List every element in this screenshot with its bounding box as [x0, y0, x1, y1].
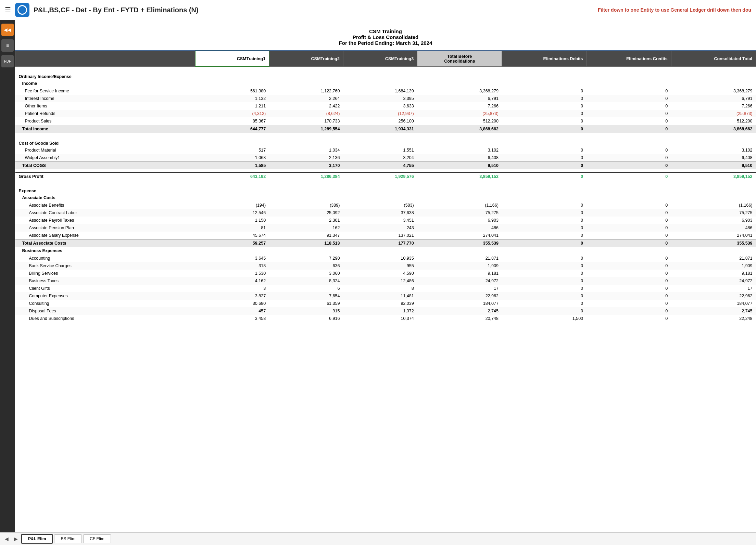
total-income-row: Total Income 644,777 1,289,554 1,934,331… — [15, 125, 756, 133]
header-filter: Filter down to one Entity to use General… — [598, 7, 751, 13]
logo-icon — [17, 5, 27, 15]
ordinary-income-header: Ordinary Income/Expense — [15, 69, 756, 80]
table-row: Business Taxes 4,162 8,324 12,486 24,972… — [15, 277, 756, 285]
hamburger-icon[interactable]: ☰ — [5, 6, 11, 14]
report-header: CSM Training Profit & Loss Consolidated … — [15, 20, 756, 51]
tab-bs-elim[interactable]: BS Elim — [54, 534, 82, 543]
row-label: Patient Refunds — [15, 110, 195, 117]
total-associate-row: Total Associate Costs 59,257 118,513 177… — [15, 239, 756, 247]
tab-cf-elim[interactable]: CF Elim — [83, 534, 111, 543]
gross-profit-row: Gross Profit 643,192 1,286,384 1,929,576… — [15, 172, 756, 180]
row-label: Product Sales — [15, 117, 195, 125]
table-row: Product Sales 85,367 170,733 256,100 512… — [15, 117, 756, 125]
table-row: Accounting 3,645 7,290 10,935 21,871 0 0… — [15, 255, 756, 262]
col1-header: CSMTraining1 — [195, 51, 269, 66]
left-sidebar: ◀◀ ≡ PDF — [0, 20, 15, 532]
tab-pl-elim[interactable]: P&L Elim — [21, 534, 53, 544]
table-row: Associate Pension Plan 81 162 243 486 0 … — [15, 224, 756, 232]
row-c7: 3,368,279 — [671, 87, 756, 95]
expense-header: Expense — [15, 184, 756, 194]
table-row: Associate Salary Expense 45,674 91,347 1… — [15, 232, 756, 239]
report-table: CSMTraining1 CSMTraining2 CSMTraining3 T… — [15, 51, 756, 322]
table-row: Fee for Service Income 561,380 1,122,760… — [15, 87, 756, 95]
col6-header: Eliminations Credits — [587, 51, 671, 66]
row-c1: 561,380 — [195, 87, 269, 95]
business-expenses-header: Business Expenses — [15, 247, 756, 255]
row-c5: 0 — [502, 87, 587, 95]
total-cogs-row: Total COGS 1,585 3,170 4,755 9,510 0 0 9… — [15, 162, 756, 170]
table-row: Dues and Subscriptions 3,458 6,916 10,37… — [15, 315, 756, 322]
company-name: CSM Training — [22, 28, 749, 34]
table-row: Billing Services 1,530 3,060 4,590 9,181… — [15, 270, 756, 277]
logo-box — [15, 3, 29, 17]
page-title: P&L,BS,CF - Det - By Ent - FYTD + Elimin… — [34, 6, 594, 14]
table-row: Associate Payroll Taxes 1,150 2,301 3,45… — [15, 217, 756, 224]
report-title: Profit & Loss Consolidated — [22, 34, 749, 40]
table-row: Interest Income 1,132 2,264 3,395 6,791 … — [15, 95, 756, 102]
tab-prev-arrow[interactable]: ◀ — [3, 535, 11, 542]
table-row: Associate Benefits (194) (389) (583) (1,… — [15, 202, 756, 209]
table-row: Bank Service Charges 318 636 955 1,909 0… — [15, 262, 756, 270]
row-c2: 1,122,760 — [269, 87, 343, 95]
row-label: Interest Income — [15, 95, 195, 102]
cogs-header: Cost of Goods Sold — [15, 136, 756, 146]
associate-costs-header: Associate Costs — [15, 194, 756, 202]
sidebar-rewind-button[interactable]: ◀◀ — [1, 24, 14, 36]
table-row: Patient Refunds (4,312) (8,624) (12,937)… — [15, 110, 756, 117]
col2-header: CSMTraining2 — [269, 51, 343, 66]
row-c6: 0 — [587, 87, 671, 95]
table-row: Product Material 517 1,034 1,551 3,102 0… — [15, 146, 756, 154]
table-row: Other Items 1,211 2,422 3,633 7,266 0 0 … — [15, 102, 756, 110]
main-content: ◀◀ ≡ PDF CSM Training Profit & Loss Cons… — [0, 20, 756, 532]
row-c3: 1,684,139 — [343, 87, 417, 95]
filter-suffix: to use General Ledger drill down then do… — [654, 7, 751, 13]
report-period: For the Period Ending: March 31, 2024 — [22, 40, 749, 46]
column-header-row: CSMTraining1 CSMTraining2 CSMTraining3 T… — [15, 51, 756, 66]
table-row: Computer Expenses 3,827 7,654 11,481 22,… — [15, 292, 756, 300]
bottom-tabs: ◀ ▶ P&L Elim BS Elim CF Elim — [0, 532, 756, 545]
filter-text: Filter down to one — [598, 7, 640, 13]
report-area[interactable]: CSM Training Profit & Loss Consolidated … — [15, 20, 756, 532]
row-c4: 3,368,279 — [417, 87, 502, 95]
table-row: Disposal Fees 457 915 1,372 2,745 0 0 2,… — [15, 307, 756, 315]
row-label: Other Items — [15, 102, 195, 110]
label-col-header — [15, 51, 195, 66]
filter-entity: Entity — [640, 7, 654, 13]
row-label: Fee for Service Income — [15, 87, 195, 95]
table-row: Consulting 30,680 61,359 92,039 184,077 … — [15, 300, 756, 307]
sidebar-menu-button[interactable]: ≡ — [1, 39, 14, 52]
table-row: Widget Assembly1 1,068 2,136 3,204 6,408… — [15, 154, 756, 162]
app-container: ☰ P&L,BS,CF - Det - By Ent - FYTD + Elim… — [0, 0, 756, 545]
tab-next-arrow[interactable]: ▶ — [12, 535, 20, 542]
table-row: Client Gifts 3 6 8 17 0 0 17 — [15, 285, 756, 292]
col5-header: Eliminations Debits — [502, 51, 587, 66]
sidebar-pdf-button[interactable]: PDF — [1, 55, 14, 67]
col3-header: CSMTraining3 — [343, 51, 417, 66]
table-row: Associate Contract Labor 12,546 25,092 3… — [15, 209, 756, 217]
header-bar: ☰ P&L,BS,CF - Det - By Ent - FYTD + Elim… — [0, 0, 756, 20]
income-header: Income — [15, 80, 756, 87]
col7-header: Consolidated Total — [671, 51, 756, 66]
col4-header: Total Before Consolidations — [417, 51, 502, 66]
